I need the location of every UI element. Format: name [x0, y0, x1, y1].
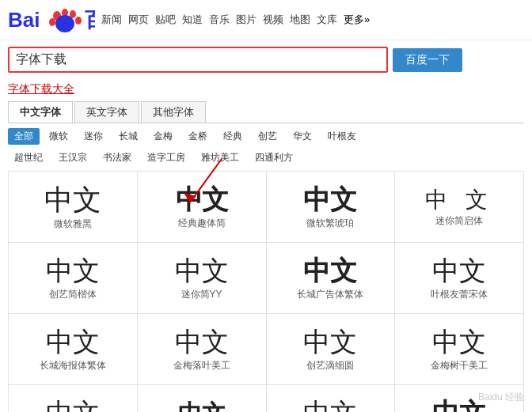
tag-chuangyi[interactable]: 创艺 [252, 128, 283, 145]
font-preview-12: 中文 [46, 400, 100, 412]
font-name-10: 创艺滴细圆 [306, 359, 354, 372]
watermark: Baidu 经验 [478, 391, 524, 404]
font-name-3: 迷你简启体 [435, 214, 483, 228]
font-name-2: 微软繁琥珀 [306, 217, 354, 230]
font-name-7: 叶根友蕾宋体 [431, 288, 488, 301]
font-cell-8[interactable]: 中文 长城海报体繁体 [9, 314, 138, 385]
nav-map[interactable]: 地图 [290, 13, 310, 27]
font-cell-12[interactable]: 中文 [9, 385, 138, 412]
font-preview-14: 中文 [303, 400, 357, 412]
font-name-11: 金梅树干美工 [431, 359, 488, 372]
filter-row-2: 超世纪 王汉宗 书法家 造字工房 雅坊美工 四通利方 [8, 149, 524, 166]
tag-yegen[interactable]: 叶根友 [321, 128, 363, 145]
main-content: 字体下载大全 中文字体 英文字体 其他字体 全部 微软 迷你 长城 金梅 金桥 … [0, 79, 532, 412]
tag-classic[interactable]: 经典 [217, 128, 249, 145]
tag-jinqiao[interactable]: 金桥 [182, 128, 214, 145]
font-cell-6[interactable]: 中文 长城广告体繁体 [267, 243, 396, 314]
nav-image[interactable]: 图片 [236, 13, 256, 27]
font-cell-3[interactable]: 中 文 迷你简启体 [395, 172, 524, 243]
logo: Bai 百度 [8, 5, 95, 35]
tab-bar: 中文字体 英文字体 其他字体 [8, 101, 524, 123]
font-name-6: 长城广告体繁体 [297, 288, 363, 301]
tab-other[interactable]: 其他字体 [141, 101, 206, 123]
font-preview-9: 中文 [175, 329, 229, 356]
tag-jinmei[interactable]: 金梅 [147, 128, 179, 145]
font-cell-7[interactable]: 中文 叶根友蕾宋体 [395, 243, 524, 314]
font-cell-2[interactable]: 中文 微软繁琥珀 [267, 172, 396, 243]
baidu-logo-svg: Bai 百度 [8, 5, 95, 35]
font-preview-1: 中文 [176, 187, 228, 214]
tag-microsoft[interactable]: 微软 [43, 128, 74, 145]
nav-zhidao[interactable]: 知道 [182, 13, 203, 27]
tag-huawen[interactable]: 华文 [287, 128, 318, 145]
svg-text:百度: 百度 [85, 8, 95, 32]
font-cell-1[interactable]: 中文 经典趣体简 [138, 172, 267, 243]
font-cell-10[interactable]: 中文 创艺滴细圆 [267, 314, 396, 385]
font-preview-2: 中文 [303, 187, 357, 214]
font-name-1: 经典趣体简 [178, 217, 226, 230]
tag-mini[interactable]: 迷你 [78, 128, 109, 145]
tag-wanghanzong[interactable]: 王汉宗 [52, 149, 93, 166]
tag-all[interactable]: 全部 [8, 128, 40, 145]
font-name-9: 金梅落叶美工 [173, 359, 230, 372]
font-grid: 中文 微软雅黑 中文 经典趣体简 中文 微软繁琥珀 中 文 迷你简启体 中文 创… [8, 171, 524, 412]
font-preview-0: 中文 [44, 186, 101, 214]
font-preview-3: 中 文 [425, 189, 494, 211]
nav-wenku[interactable]: 文库 [317, 13, 337, 27]
header: Bai 百度 新闻 网页 贴吧 知道 音乐 图片 视频 地图 文库 更多» [0, 0, 532, 40]
font-cell-14[interactable]: 中文 [267, 385, 396, 412]
font-cell-5[interactable]: 中文 迷你简YY [138, 243, 267, 314]
font-name-8: 长城海报体繁体 [40, 359, 106, 372]
font-name-0: 微软雅黑 [54, 217, 92, 231]
svg-text:Bai: Bai [8, 8, 40, 32]
nav-video[interactable]: 视频 [263, 13, 283, 27]
svg-point-6 [55, 15, 74, 32]
search-input-wrap[interactable]: 字体下载 [8, 47, 388, 73]
tab-chinese[interactable]: 中文字体 [8, 101, 73, 123]
result-title-link[interactable]: 字体下载大全 [8, 82, 74, 96]
nav-links: 新闻 网页 贴吧 知道 音乐 图片 视频 地图 文库 更多» [101, 13, 524, 27]
font-preview-4: 中文 [46, 258, 100, 285]
tag-sitong[interactable]: 四通利方 [249, 149, 299, 166]
tab-english[interactable]: 英文字体 [74, 101, 139, 123]
font-cell-0[interactable]: 中文 微软雅黑 [9, 172, 138, 243]
tag-shufa[interactable]: 书法家 [97, 149, 138, 166]
tag-zaozi[interactable]: 造字工房 [141, 149, 192, 166]
font-cell-11[interactable]: 中文 金梅树干美工 [395, 314, 524, 385]
search-button[interactable]: 百度一下 [393, 48, 462, 72]
nav-music[interactable]: 音乐 [209, 13, 230, 27]
font-name-4: 创艺简楷体 [49, 288, 97, 301]
search-bar: 字体下载 百度一下 [0, 40, 532, 79]
font-preview-8: 中文 [46, 329, 100, 356]
svg-point-4 [75, 17, 82, 25]
font-cell-4[interactable]: 中文 创艺简楷体 [9, 243, 138, 314]
nav-tieba[interactable]: 贴吧 [155, 13, 176, 27]
font-preview-13: 中文 [178, 402, 226, 412]
font-preview-7: 中文 [432, 258, 486, 285]
nav-more[interactable]: 更多» [344, 13, 370, 27]
font-preview-6: 中文 [303, 258, 357, 285]
font-grid-container: 中文 微软雅黑 中文 经典趣体简 中文 微软繁琥珀 中 文 迷你简启体 中文 创… [8, 171, 524, 412]
font-name-5: 迷你简YY [181, 288, 222, 301]
font-preview-10: 中文 [303, 329, 357, 356]
font-preview-5: 中文 [175, 258, 229, 285]
tag-greatwall[interactable]: 长城 [112, 128, 144, 145]
search-query-text: 字体下载 [16, 51, 66, 68]
nav-web[interactable]: 网页 [128, 13, 149, 27]
font-cell-13[interactable]: 中文 [138, 385, 267, 412]
tag-chaoshiji[interactable]: 超世纪 [8, 149, 49, 166]
font-preview-11: 中文 [432, 329, 486, 356]
nav-news[interactable]: 新闻 [101, 13, 122, 27]
svg-point-5 [49, 18, 55, 26]
filter-row-1: 全部 微软 迷你 长城 金梅 金桥 经典 创艺 华文 叶根友 [8, 128, 524, 145]
tag-yafang[interactable]: 雅坊美工 [195, 149, 245, 166]
font-cell-9[interactable]: 中文 金梅落叶美工 [138, 314, 267, 385]
